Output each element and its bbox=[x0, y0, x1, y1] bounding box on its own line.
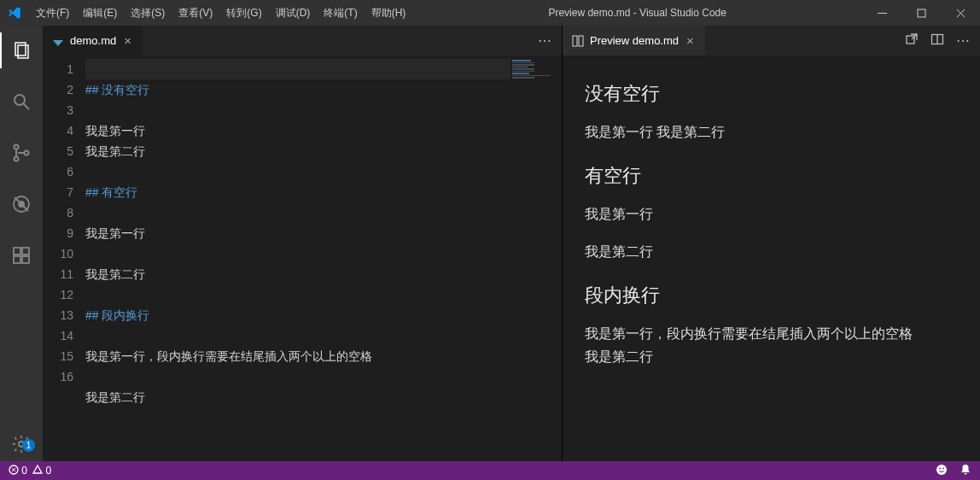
settings-badge: 1 bbox=[22, 439, 35, 452]
split-editor-icon[interactable] bbox=[930, 32, 944, 50]
search-icon[interactable] bbox=[0, 84, 43, 120]
editor-tabs: demo.md × ⋯ bbox=[43, 26, 562, 56]
markdown-file-icon bbox=[51, 34, 65, 48]
preview-heading: 段内换行 bbox=[585, 279, 958, 311]
tab-label: demo.md bbox=[70, 34, 116, 47]
explorer-icon[interactable] bbox=[0, 32, 43, 68]
window-title: Preview demo.md - Visual Studio Code bbox=[412, 7, 862, 19]
preview-heading: 有空行 bbox=[585, 160, 958, 191]
preview-paragraph: 我是第二行 bbox=[585, 241, 958, 263]
menu-help[interactable]: 帮助(H) bbox=[365, 0, 413, 26]
menu-terminal[interactable]: 终端(T) bbox=[317, 0, 364, 26]
menu-file[interactable]: 文件(F) bbox=[29, 0, 76, 26]
svg-rect-14 bbox=[22, 256, 29, 263]
svg-rect-17 bbox=[579, 36, 583, 46]
vscode-logo-icon bbox=[0, 5, 29, 20]
svg-rect-11 bbox=[14, 248, 20, 255]
svg-rect-0 bbox=[878, 13, 887, 14]
tab-demo-md[interactable]: demo.md × bbox=[43, 26, 143, 56]
more-icon[interactable]: ⋯ bbox=[956, 32, 970, 49]
menu-selection[interactable]: 选择(S) bbox=[124, 0, 172, 26]
more-icon[interactable]: ⋯ bbox=[538, 32, 551, 49]
preview-icon bbox=[571, 34, 585, 48]
close-icon[interactable]: × bbox=[684, 33, 697, 48]
svg-point-10 bbox=[19, 202, 24, 207]
svg-rect-1 bbox=[918, 9, 925, 17]
svg-rect-12 bbox=[22, 248, 29, 255]
source-control-icon[interactable] bbox=[0, 135, 43, 171]
markdown-preview[interactable]: 没有空行 我是第一行 我是第二行 有空行 我是第一行 我是第二行 段内换行 我是… bbox=[563, 56, 980, 461]
title-bar: 文件(F) 编辑(E) 选择(S) 查看(V) 转到(G) 调试(D) 终端(T… bbox=[0, 0, 980, 26]
menu-bar: 文件(F) 编辑(E) 选择(S) 查看(V) 转到(G) 调试(D) 终端(T… bbox=[29, 0, 412, 26]
activity-bar: 1 bbox=[0, 26, 43, 461]
line-gutter: 12345678910111213141516 bbox=[43, 56, 85, 461]
editor[interactable]: 12345678910111213141516 ## 没有空行 我是第一行我是第… bbox=[43, 56, 562, 461]
minimize-button[interactable] bbox=[862, 0, 901, 26]
errors-count[interactable]: 0 bbox=[9, 465, 27, 477]
tab-preview[interactable]: Preview demo.md × bbox=[563, 26, 705, 56]
maximize-button[interactable] bbox=[901, 0, 941, 26]
close-button[interactable] bbox=[941, 0, 980, 26]
preview-tabs: Preview demo.md × ⋯ bbox=[563, 26, 980, 56]
preview-paragraph: 我是第一行 bbox=[585, 203, 958, 225]
menu-view[interactable]: 查看(V) bbox=[172, 0, 219, 26]
debug-icon[interactable] bbox=[0, 186, 43, 222]
svg-line-5 bbox=[24, 104, 29, 109]
code-area[interactable]: ## 没有空行 我是第一行我是第二行 ## 有空行 我是第一行 我是第二行 ##… bbox=[85, 56, 510, 461]
warnings-count[interactable]: 0 bbox=[32, 465, 51, 477]
menu-debug[interactable]: 调试(D) bbox=[269, 0, 318, 26]
svg-point-24 bbox=[942, 467, 944, 469]
svg-point-4 bbox=[15, 95, 25, 105]
svg-rect-13 bbox=[14, 256, 20, 263]
svg-rect-18 bbox=[907, 36, 914, 44]
open-external-icon[interactable] bbox=[905, 32, 919, 50]
preview-paragraph: 我是第一行，段内换行需要在结尾插入两个以上的空格我是第二行 bbox=[585, 323, 958, 368]
svg-point-22 bbox=[936, 465, 947, 475]
svg-point-7 bbox=[15, 157, 19, 161]
extensions-icon[interactable] bbox=[0, 237, 43, 273]
preview-paragraph: 我是第一行 我是第二行 bbox=[585, 121, 958, 143]
svg-point-6 bbox=[15, 145, 19, 149]
preview-heading: 没有空行 bbox=[585, 78, 958, 109]
bell-icon[interactable] bbox=[960, 464, 971, 478]
close-icon[interactable]: × bbox=[121, 33, 134, 48]
status-bar: 0 0 bbox=[0, 461, 980, 480]
menu-edit[interactable]: 编辑(E) bbox=[76, 0, 124, 26]
svg-point-8 bbox=[25, 151, 29, 155]
tab-label: Preview demo.md bbox=[590, 34, 679, 47]
minimap[interactable] bbox=[510, 56, 562, 461]
svg-rect-16 bbox=[573, 36, 577, 46]
feedback-icon[interactable] bbox=[936, 464, 948, 478]
settings-icon[interactable]: 1 bbox=[0, 434, 43, 454]
svg-point-23 bbox=[939, 467, 941, 469]
menu-go[interactable]: 转到(G) bbox=[219, 0, 268, 26]
